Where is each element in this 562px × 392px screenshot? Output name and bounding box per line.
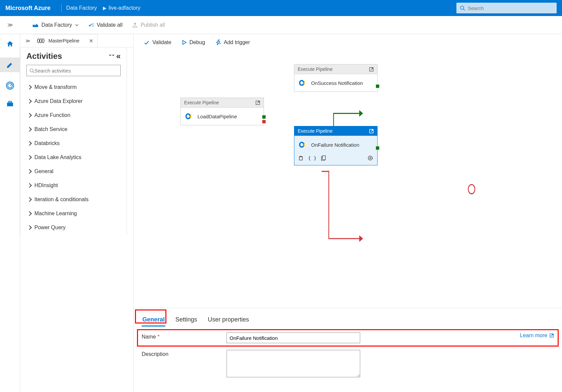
open-icon[interactable] [369,129,374,134]
svg-point-24 [300,143,303,146]
add-output-icon[interactable] [368,155,373,161]
cat-label: Azure Data Explorer [34,98,83,104]
tab-masterpipeline[interactable]: MasterPipeline ✕ [33,34,98,47]
node-onsuccess[interactable]: Execute Pipeline OnSuccess Notification [294,64,378,92]
cat-general[interactable]: General [26,164,121,178]
svg-point-0 [460,6,464,9]
pipeline-icon [37,38,44,43]
chevron-right-icon [28,84,31,90]
nav-manage[interactable] [5,99,15,108]
success-port[interactable] [376,146,379,150]
success-port[interactable] [376,85,379,88]
svg-point-9 [37,39,39,43]
cat-label: Azure Function [34,112,71,118]
svg-line-1 [463,9,465,10]
svg-rect-26 [322,156,325,160]
cat-move-transform[interactable]: Move & transform [26,80,121,94]
name-input[interactable] [227,333,360,343]
node-type-label: Execute Pipeline [298,67,332,72]
lightning-icon: + [215,39,221,45]
tab-settings[interactable]: Settings [175,314,198,326]
node-onfailure[interactable]: Execute Pipeline OnFailure Notification … [294,126,378,165]
left-nav-rail [0,34,20,392]
properties-panel: General Settings User properties Name * … [134,308,562,392]
cat-databricks[interactable]: Databricks [26,136,121,150]
node-name-label: OnSuccess Notification [311,80,363,86]
svg-rect-8 [9,101,11,103]
svg-point-10 [40,39,42,43]
chevron-right-icon [28,126,31,132]
chevron-right-icon [28,154,31,160]
copy-icon[interactable] [321,155,326,161]
learn-more-label: Learn more [520,333,547,339]
cat-batch-service[interactable]: Batch Service [26,122,121,136]
play-icon [181,40,187,45]
cat-power-query[interactable]: Power Query [26,221,121,235]
open-icon[interactable] [369,67,374,72]
pipeline-activity-icon [298,79,308,87]
nav-monitor[interactable] [5,81,15,90]
activities-search[interactable] [26,65,121,76]
failure-port[interactable] [262,120,266,123]
cat-iteration-conditionals[interactable]: Iteration & conditionals [26,192,121,207]
cat-label: Machine Learning [34,211,77,217]
chevron-right-icon [28,197,31,203]
chevron-right-icon [28,112,31,118]
svg-point-11 [42,39,44,43]
canvas-toolbar: Validate Debug + Add trigger [134,34,562,51]
success-port[interactable] [262,115,266,119]
global-search-input[interactable] [468,5,553,11]
open-icon[interactable] [255,100,260,105]
expand-rail-icon[interactable]: ≫ [7,22,13,28]
node-loaddatapipeline[interactable]: Execute Pipeline LoadDataPipeline [180,98,264,125]
svg-text:+: + [219,42,221,45]
nav-author[interactable] [0,57,20,72]
breadcrumb-leaf[interactable]: live-adfactory [109,5,140,11]
chevron-right-icon [28,168,31,174]
svg-line-13 [33,72,34,73]
close-tab-icon[interactable]: ✕ [89,38,93,44]
validate-button[interactable]: Validate [144,39,171,45]
debug-button[interactable]: Debug [181,39,205,45]
cat-label: Move & transform [34,84,77,90]
collapse-panel-icon[interactable]: ≫ [23,38,33,43]
activities-panel: Activities ⌄⌄ « Move & transform Azure D… [20,47,127,235]
node-type-label: Execute Pipeline [298,128,332,134]
activities-heading: Activities [26,51,62,61]
brand-label: Microsoft Azure [5,5,50,12]
svg-point-21 [300,81,303,85]
tab-user-properties[interactable]: User properties [207,314,250,326]
nav-home[interactable] [5,39,15,49]
checklist-icon [88,22,94,28]
pipeline-canvas[interactable]: Execute Pipeline LoadDataPipeline Execut… [134,51,562,308]
description-input[interactable] [227,350,360,377]
add-trigger-label: Add trigger [224,39,250,45]
cat-machine-learning[interactable]: Machine Learning [26,207,121,221]
learn-more-link[interactable]: Learn more [520,333,554,339]
tab-general[interactable]: General [142,314,165,326]
delete-icon[interactable] [298,155,303,160]
cat-label: Iteration & conditionals [34,197,89,203]
cat-azure-function[interactable]: Azure Function [26,108,121,122]
global-search[interactable] [456,3,557,13]
cat-hdinsight[interactable]: HDInsight [26,178,121,192]
hide-panel-icon[interactable]: « [116,51,121,61]
publish-all-label: Publish all [141,22,165,28]
activities-search-input[interactable] [34,68,118,74]
home-icon [6,40,14,48]
add-trigger-button[interactable]: + Add trigger [215,39,250,45]
breadcrumb-sep-icon: ▶ [103,5,107,11]
cat-azure-data-explorer[interactable]: Azure Data Explorer [26,94,121,108]
validate-all-button[interactable]: Validate all [88,22,123,28]
validate-label: Validate [152,39,171,45]
publish-all-button[interactable]: Publish all [132,22,165,28]
breadcrumb-root[interactable]: Data Factory [66,5,97,11]
cat-data-lake-analytics[interactable]: Data Lake Analytics [26,150,121,164]
braces-icon[interactable]: { } [308,155,316,162]
chevron-right-icon [28,225,31,231]
check-icon [144,39,150,45]
node-name-label: LoadDataPipeline [197,114,237,119]
collapse-all-icon[interactable]: ⌄⌄ [108,51,114,61]
cat-label: HDInsight [34,182,58,188]
scope-dropdown[interactable]: Data Factory [32,22,79,28]
